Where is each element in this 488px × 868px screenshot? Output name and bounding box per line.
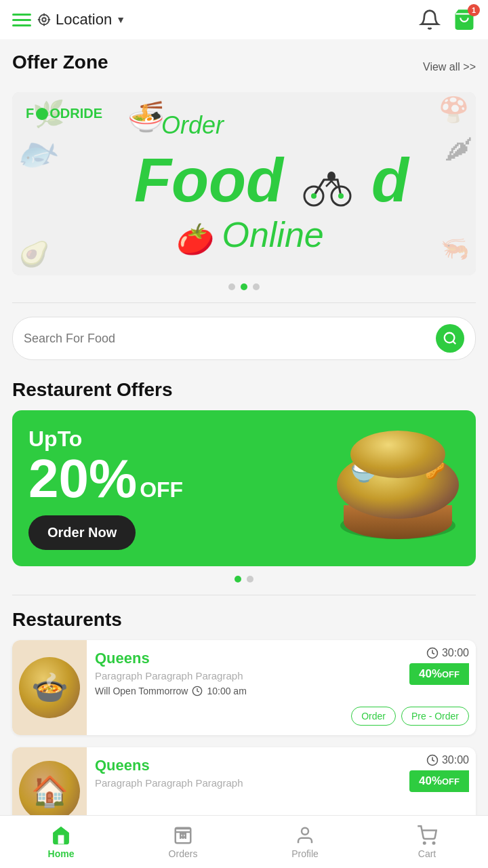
cyclist-icon bbox=[300, 166, 354, 207]
dot-3[interactable] bbox=[253, 283, 260, 290]
home-icon bbox=[51, 825, 71, 846]
banner-content: 🌿 🐟 🥑 🍄 🌶 🦐 F ODRIDE 🍜 Order Food bbox=[12, 92, 476, 275]
svg-point-7 bbox=[36, 108, 48, 120]
fish-sketch: 🐟 bbox=[12, 127, 63, 178]
offer-dot-1[interactable] bbox=[235, 576, 241, 583]
clock-small-icon bbox=[192, 686, 203, 696]
svg-point-5 bbox=[39, 15, 49, 25]
divider-1 bbox=[12, 302, 476, 303]
cart-button[interactable]: 1 bbox=[453, 8, 476, 31]
bell-icon bbox=[419, 9, 441, 31]
mushroom-sketch: 🍄 bbox=[439, 96, 469, 124]
delivery-time-2: 30:00 bbox=[426, 754, 469, 766]
restaurant-card-1: 🍲 Queens Paragraph Paragraph Paragraph W… bbox=[12, 640, 476, 735]
svg-line-13 bbox=[326, 181, 331, 186]
order-button-1[interactable]: Order bbox=[351, 707, 396, 726]
main-content: Offer Zone View all >> 🌿 🐟 🥑 🍄 🌶 🦐 F ODR… bbox=[0, 39, 488, 868]
nav-orders[interactable]: Orders bbox=[156, 825, 210, 859]
restaurant-meta-1: 30:00 40%OFF bbox=[409, 640, 476, 735]
offer-dots bbox=[12, 576, 476, 583]
notification-button[interactable] bbox=[419, 9, 441, 31]
banner-slider[interactable]: 🌿 🐟 🥑 🍄 🌶 🦐 F ODRIDE 🍜 Order Food bbox=[12, 92, 476, 275]
offer-order-button[interactable]: Order Now bbox=[28, 515, 136, 550]
orders-icon bbox=[173, 825, 193, 846]
bottom-nav: Home Orders Profile Cart bbox=[0, 815, 488, 868]
biryani-image: 🍚 🌿 🥜 bbox=[333, 417, 469, 539]
svg-point-14 bbox=[311, 193, 317, 199]
nav-cart-label: Cart bbox=[418, 848, 436, 859]
clock-icon-1 bbox=[426, 647, 439, 659]
banner-online-text: 🍅 Online bbox=[175, 214, 324, 255]
search-icon bbox=[443, 331, 458, 346]
nav-cart[interactable]: Cart bbox=[400, 825, 454, 859]
target-icon bbox=[37, 12, 52, 27]
restaurant-offers-banner: UpTo 20% OFF Order Now 🍚 🌿 🥜 bbox=[12, 410, 476, 566]
offer-dot-2[interactable] bbox=[247, 576, 253, 583]
divider-2 bbox=[12, 595, 476, 595]
chevron-down-icon: ▼ bbox=[116, 14, 125, 25]
offer-zone-title: Offer Zone bbox=[12, 52, 108, 73]
restaurants-title: Restaurents bbox=[12, 609, 476, 631]
svg-point-28 bbox=[424, 842, 426, 844]
delivery-time-1: 30:00 bbox=[426, 647, 469, 659]
svg-point-16 bbox=[445, 333, 455, 343]
search-button[interactable] bbox=[436, 324, 464, 353]
header: Location ▼ 1 bbox=[0, 0, 488, 39]
hamburger-icon[interactable] bbox=[12, 14, 31, 26]
discount-badge-2: 40%OFF bbox=[409, 770, 469, 792]
clock-icon-2 bbox=[426, 754, 439, 766]
banner-food-text: Food bbox=[134, 150, 409, 211]
nav-profile[interactable]: Profile bbox=[278, 825, 332, 859]
dot-2[interactable] bbox=[241, 283, 247, 290]
search-bar bbox=[12, 317, 476, 360]
nav-profile-label: Profile bbox=[291, 848, 319, 859]
svg-line-17 bbox=[453, 341, 455, 344]
pepper-sketch: 🌶 bbox=[444, 133, 472, 165]
nav-home-label: Home bbox=[48, 848, 75, 859]
dot-1[interactable] bbox=[228, 283, 235, 290]
offer-percent: 20% bbox=[28, 452, 137, 506]
view-all-link[interactable]: View all >> bbox=[423, 61, 476, 73]
restaurant-image-1: 🍲 bbox=[12, 640, 87, 735]
header-left: Location ▼ bbox=[12, 11, 125, 28]
nav-home[interactable]: Home bbox=[34, 825, 88, 859]
avocado-sketch: 🥑 bbox=[19, 240, 49, 269]
nav-orders-label: Orders bbox=[169, 848, 198, 859]
tomato-icon: 🍅 bbox=[175, 217, 212, 258]
banner-dots bbox=[12, 283, 476, 290]
svg-point-0 bbox=[42, 18, 46, 22]
nav-cart-icon bbox=[417, 825, 437, 846]
banner-logo: F ODRIDE bbox=[26, 106, 102, 121]
svg-point-29 bbox=[433, 842, 435, 844]
location-selector[interactable]: Location ▼ bbox=[37, 11, 125, 28]
svg-point-27 bbox=[302, 827, 308, 834]
svg-point-15 bbox=[338, 193, 344, 199]
offer-zone-header: Offer Zone View all >> bbox=[12, 52, 476, 83]
profile-icon bbox=[295, 825, 315, 846]
offer-off: OFF bbox=[140, 477, 183, 502]
search-input[interactable] bbox=[24, 332, 436, 346]
food-circle-2: 🏠 bbox=[19, 761, 80, 822]
svg-point-11 bbox=[327, 172, 336, 181]
restaurants-section: Restaurents 🍲 Queens Paragraph Paragraph… bbox=[12, 609, 476, 829]
location-text: Location bbox=[56, 11, 112, 28]
food-emoji-1: 🍲 bbox=[31, 670, 68, 705]
restaurant-offers-title: Restaurent Offers bbox=[12, 379, 476, 401]
cart-badge: 1 bbox=[468, 4, 480, 16]
food-circle-1: 🍲 bbox=[19, 657, 80, 718]
banner-order-text: Order bbox=[161, 111, 224, 140]
food-emoji-2: 🏠 bbox=[31, 774, 68, 809]
discount-badge-1: 40%OFF bbox=[409, 663, 469, 685]
food-image-icon: 🍜 bbox=[127, 99, 165, 134]
svg-line-12 bbox=[331, 181, 338, 188]
header-right: 1 bbox=[419, 8, 476, 31]
shrimp-sketch: 🦐 bbox=[441, 235, 469, 262]
